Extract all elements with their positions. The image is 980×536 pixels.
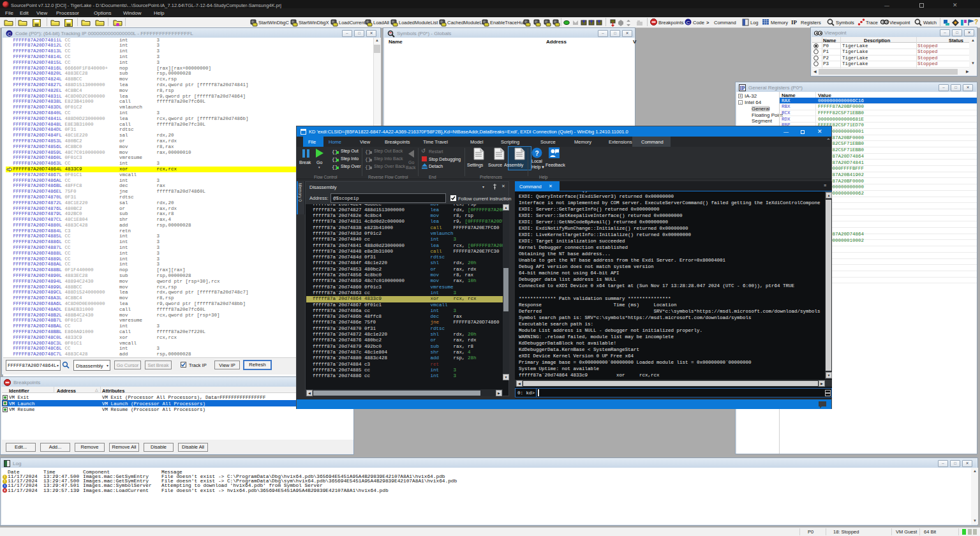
svg-text:C: C [687, 20, 690, 26]
svg-text:IP: IP [740, 86, 745, 91]
svg-text:?: ? [535, 150, 539, 157]
svg-text:C: C [8, 31, 11, 37]
